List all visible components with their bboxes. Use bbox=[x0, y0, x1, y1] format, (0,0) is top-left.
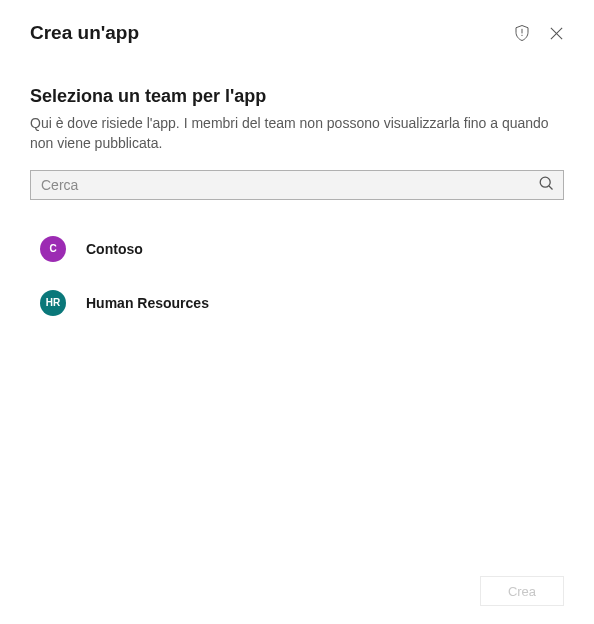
dialog-title: Crea un'app bbox=[30, 22, 139, 44]
dialog-footer: Crea bbox=[480, 576, 564, 606]
section-title: Seleziona un team per l'app bbox=[30, 86, 564, 107]
dialog-content: Seleziona un team per l'app Qui è dove r… bbox=[0, 44, 594, 324]
team-item-contoso[interactable]: C Contoso bbox=[30, 228, 564, 270]
team-list: C Contoso HR Human Resources bbox=[30, 228, 564, 324]
search-field-wrap bbox=[30, 170, 564, 200]
team-name-label: Human Resources bbox=[86, 295, 209, 311]
team-name-label: Contoso bbox=[86, 241, 143, 257]
team-item-human-resources[interactable]: HR Human Resources bbox=[30, 282, 564, 324]
header-actions bbox=[513, 24, 564, 42]
create-button[interactable]: Crea bbox=[480, 576, 564, 606]
search-input[interactable] bbox=[30, 170, 564, 200]
avatar: C bbox=[40, 236, 66, 262]
avatar: HR bbox=[40, 290, 66, 316]
shield-icon[interactable] bbox=[513, 24, 531, 42]
dialog-header: Crea un'app bbox=[0, 0, 594, 44]
close-icon[interactable] bbox=[549, 26, 564, 41]
section-description: Qui è dove risiede l'app. I membri del t… bbox=[30, 113, 564, 154]
